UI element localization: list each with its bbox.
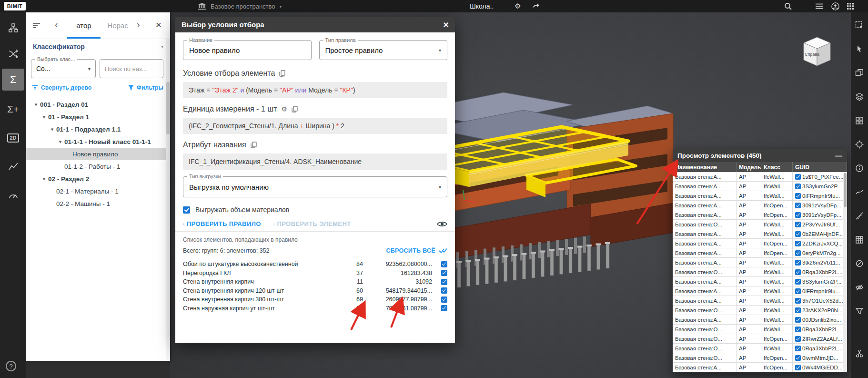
- elements-table-row[interactable]: Базовая стена:А...АРIfcOpen...0eryPkM7n2…: [673, 248, 843, 258]
- tree-node[interactable]: 01-1-2 - Работы - 1: [26, 160, 170, 173]
- target-icon[interactable]: [852, 137, 867, 152]
- tree-node[interactable]: Новое правило: [26, 148, 170, 160]
- chart-tool-icon[interactable]: [2, 155, 24, 177]
- row-checkbox-checked[interactable]: [795, 231, 801, 237]
- row-checkbox-checked[interactable]: [795, 193, 801, 199]
- elements-table-row[interactable]: Базовая стена:А...АРIfcOpen...2ZDKzrJvXC…: [673, 239, 843, 248]
- materials-checkbox-checked[interactable]: [183, 206, 190, 214]
- unit-settings-gear-icon[interactable]: ⚙: [281, 105, 287, 113]
- check-rule-button[interactable]: ПРОВЕРИТЬ ПРАВИЛО: [183, 220, 261, 227]
- chevron-down-icon[interactable]: ▾: [32, 102, 40, 108]
- sort-menu-icon[interactable]: [33, 22, 40, 31]
- chevron-down-icon[interactable]: ▾: [56, 139, 64, 145]
- row-checkbox-checked[interactable]: [795, 222, 801, 227]
- row-checkbox-checked[interactable]: [795, 184, 801, 189]
- condition-expression[interactable]: Этаж = "Этаж 2" и (Модель = "АР" или Мод…: [183, 82, 447, 98]
- row-checkbox-checked[interactable]: [441, 261, 447, 267]
- elements-table-row[interactable]: Базовая стена:А...АРIfcWall...3S3ylumGn2…: [673, 182, 843, 191]
- gauge-tool-icon[interactable]: [2, 184, 24, 206]
- elements-table-row[interactable]: Базовая стена:О...АРIfcWall...23rAKX2oP8…: [673, 306, 843, 315]
- row-checkbox-checked[interactable]: [795, 203, 801, 208]
- section-cut-icon[interactable]: [852, 346, 867, 360]
- elements-table-row[interactable]: Базовая стена:А...АРIfcOpen...0Wk4MGiEDD…: [673, 363, 843, 372]
- search-icon[interactable]: [782, 0, 794, 12]
- elements-table-row[interactable]: Базовая стена:О...АРIfcWall...0Rqa3XbbP2…: [673, 267, 843, 277]
- menu-icon[interactable]: [813, 0, 825, 12]
- row-checkbox-checked[interactable]: [795, 250, 801, 256]
- column-model[interactable]: Модель: [737, 162, 761, 172]
- summary-tool-icon[interactable]: Σ: [2, 69, 24, 91]
- elements-table-row[interactable]: Базовая стена:А...АРIfcWall...3S3ylumGn2…: [673, 277, 843, 286]
- class-select[interactable]: Выбрать клас... Со... ▾: [31, 59, 96, 78]
- settings-gear-icon[interactable]: ⚙: [512, 0, 524, 12]
- info-icon[interactable]: [852, 161, 867, 175]
- hide-circle-icon[interactable]: [852, 256, 867, 271]
- row-checkbox-checked[interactable]: [441, 296, 447, 303]
- eye-off-icon[interactable]: [852, 280, 867, 295]
- panel-close-icon[interactable]: ×: [156, 19, 161, 31]
- chevron-down-icon[interactable]: ▾: [40, 114, 48, 120]
- column-class[interactable]: Класс: [761, 162, 793, 172]
- elements-scrollbar[interactable]: [843, 172, 847, 372]
- elements-table-row[interactable]: Базовая стена:А...АРIfcWall...3h7O1UeX52…: [673, 296, 843, 306]
- row-checkbox-checked[interactable]: [795, 317, 801, 323]
- row-checkbox-checked[interactable]: [441, 305, 447, 311]
- elements-table-row[interactable]: Базовая стена:А...АРIfcWall...1s$T0_PtXF…: [673, 172, 843, 182]
- copy-icon[interactable]: [251, 142, 257, 148]
- elements-table-row[interactable]: Базовая стена:А...АРIfcWall...0iFRmpnIr9…: [673, 286, 843, 296]
- check-element-button[interactable]: ПРОВЕРИТЬ ЭЛЕМЕНТ: [273, 220, 351, 227]
- tree-node[interactable]: ▾01 - Раздел 1: [26, 111, 170, 123]
- filters-button[interactable]: Фильтры: [128, 84, 163, 91]
- elements-table-row[interactable]: Базовая стена:А...АРIfcWall...0b2EMAHjnD…: [673, 229, 843, 239]
- row-checkbox-checked[interactable]: [795, 174, 801, 180]
- elements-table-row[interactable]: Базовая стена:О...АРIfcOpen...0iwmMtmJjD…: [673, 353, 843, 363]
- row-checkbox-checked[interactable]: [441, 279, 447, 285]
- tab-classifier[interactable]: атор: [69, 12, 99, 39]
- row-checkbox-checked[interactable]: [795, 212, 801, 218]
- copy-icon[interactable]: [292, 106, 298, 112]
- elements-table-row[interactable]: Базовая стена:О...АРIfcWall...2P3vYvJIr6…: [673, 220, 843, 229]
- classifier-dropdown[interactable]: Классификатор ▾: [26, 39, 170, 54]
- elements-table-row[interactable]: Базовая стена:О...АРIfcWall...0Rqa3XbbP2…: [673, 325, 843, 334]
- tree-node[interactable]: ▾01-1 - Подраздел 1.1: [26, 123, 170, 135]
- quad-view-icon[interactable]: [852, 113, 867, 128]
- frame-select-icon[interactable]: [852, 18, 867, 32]
- elements-table-row[interactable]: Базовая стена:А...АРIfcWall...0iFRmpnIr9…: [673, 191, 843, 201]
- row-checkbox-checked[interactable]: [795, 365, 801, 370]
- tab-scroll-left-icon[interactable]: ‹: [55, 19, 58, 30]
- row-checkbox-checked[interactable]: [441, 287, 447, 294]
- eye-icon[interactable]: [437, 221, 447, 227]
- tree-node[interactable]: ▾01-1-1 - Новый класс 01-1-1: [26, 135, 170, 148]
- export-type-select[interactable]: Тип выгрузки Выгрузка по умолчанию ▾: [183, 176, 447, 197]
- panel-scrollbar[interactable]: [166, 39, 170, 361]
- row-checkbox-checked[interactable]: [795, 355, 801, 361]
- elements-table-row[interactable]: Базовая стена:А...АРIfcOpen...3091zVsyDF…: [673, 201, 843, 210]
- unit-expression[interactable]: (IFC_2_Геометрия_Стены/1. Длина + Ширина…: [183, 118, 447, 134]
- minimize-icon[interactable]: —: [835, 152, 842, 159]
- elements-table-row[interactable]: Базовая стена:О...АРIfcWall...0Rqa3XbbP2…: [673, 344, 843, 353]
- attribute-expression[interactable]: IFC_1_Идентификация_Стены/4. ADSK_Наимен…: [183, 153, 447, 170]
- section-curve-icon[interactable]: [852, 185, 867, 199]
- filter-tool-icon[interactable]: [852, 304, 867, 318]
- elements-table-row[interactable]: Базовая стена:А...АРIfcOpen...3091zVsyDF…: [673, 210, 843, 220]
- chevron-down-icon[interactable]: ▾: [48, 126, 56, 133]
- elements-table-row[interactable]: Базовая стена:О...АРIfcOpen...2IRwrZ2AzA…: [673, 334, 843, 344]
- search-input[interactable]: [100, 59, 163, 78]
- row-checkbox-checked[interactable]: [795, 298, 801, 304]
- pointer-icon[interactable]: [852, 42, 867, 56]
- apps-grid-icon[interactable]: [844, 0, 857, 12]
- workspace-selector[interactable]: Базовое пространство: [211, 3, 275, 10]
- tree-node[interactable]: ▾001 - Раздел 01: [26, 98, 170, 111]
- row-checkbox-checked[interactable]: [795, 307, 801, 313]
- elements-table-row[interactable]: Базовая стена:А...АРIfcWall...3tk26m2Vb1…: [673, 258, 843, 267]
- chevron-down-icon[interactable]: ▾: [40, 176, 48, 182]
- view-cube[interactable]: Справа: [800, 33, 834, 69]
- tree-node[interactable]: 02-1 - Материалы - 1: [26, 185, 170, 197]
- row-checkbox-checked[interactable]: [795, 269, 801, 275]
- row-checkbox-checked[interactable]: [795, 260, 801, 266]
- plan-2d-tool-icon[interactable]: 2D: [2, 127, 24, 149]
- reset-all-button[interactable]: СБРОСИТЬ ВСЁ: [386, 247, 447, 254]
- share-icon[interactable]: [530, 0, 542, 12]
- row-checkbox-checked[interactable]: [441, 270, 447, 276]
- measure-icon[interactable]: [852, 209, 867, 223]
